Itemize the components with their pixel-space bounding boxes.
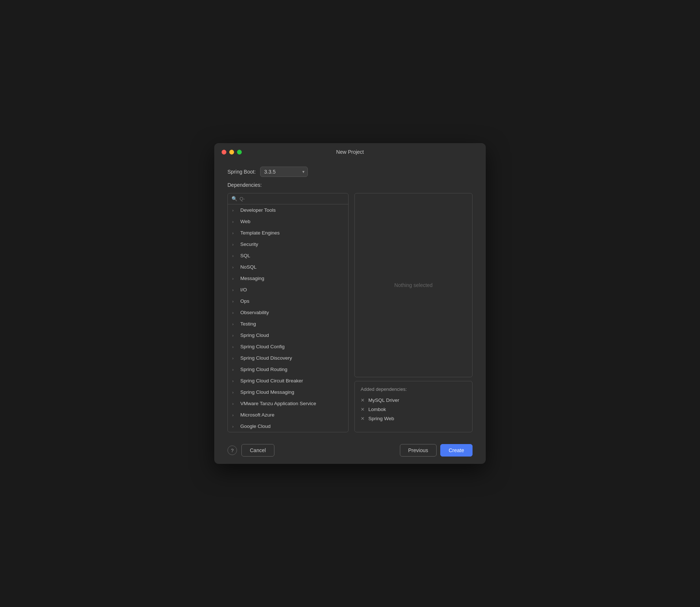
list-item[interactable]: › Template Engines	[228, 227, 348, 239]
dep-item-label: Spring Cloud Routing	[240, 367, 287, 372]
spring-boot-label: Spring Boot:	[227, 169, 256, 175]
list-item[interactable]: › Spring Cloud Routing	[228, 364, 348, 375]
spring-boot-row: Spring Boot: 3.3.5 3.3.4 3.2.10 3.1.12	[227, 167, 473, 177]
dep-item-label: Spring Cloud	[240, 332, 269, 338]
previous-button[interactable]: Previous	[400, 444, 437, 457]
dep-item-label: Spring Cloud Config	[240, 344, 285, 349]
list-item[interactable]: › Testing	[228, 318, 348, 330]
added-dep-label: MySQL Driver	[368, 397, 399, 403]
dep-item-label: Developer Tools	[240, 207, 276, 213]
remove-dependency-button[interactable]: ✕	[361, 407, 365, 412]
spring-boot-select[interactable]: 3.3.5 3.3.4 3.2.10 3.1.12	[260, 167, 308, 177]
dep-item-label: Testing	[240, 321, 256, 327]
chevron-right-icon: ›	[232, 367, 237, 372]
added-dep-item: ✕ Spring Web	[361, 414, 466, 423]
chevron-right-icon: ›	[232, 242, 237, 247]
dep-item-label: Template Engines	[240, 230, 280, 236]
chevron-right-icon: ›	[232, 276, 237, 281]
list-item[interactable]: › NoSQL	[228, 261, 348, 273]
added-dependencies-label: Added dependencies:	[361, 386, 466, 392]
maximize-button[interactable]	[237, 150, 242, 155]
list-item[interactable]: › Ops	[228, 295, 348, 307]
traffic-lights	[222, 150, 242, 155]
window-title: New Project	[336, 149, 364, 155]
close-button[interactable]	[222, 150, 226, 155]
added-dep-label: Spring Web	[368, 416, 394, 421]
dep-item-label: VMware Tanzu Application Service	[240, 401, 316, 406]
dependency-list: › Developer Tools › Web › Template Engin…	[228, 204, 348, 432]
chevron-right-icon: ›	[232, 288, 237, 292]
chevron-right-icon: ›	[232, 424, 237, 429]
list-item[interactable]: › Spring Cloud Messaging	[228, 386, 348, 398]
list-item[interactable]: › Web	[228, 216, 348, 227]
main-area: 🔍 › Developer Tools › Web › Template Eng…	[227, 193, 473, 432]
titlebar: New Project	[214, 143, 486, 161]
chevron-right-icon: ›	[232, 345, 237, 349]
chevron-right-icon: ›	[232, 401, 237, 406]
nothing-selected-text: Nothing selected	[394, 282, 433, 288]
list-item[interactable]: › Microsoft Azure	[228, 409, 348, 421]
added-dep-label: Lombok	[368, 407, 386, 412]
chevron-right-icon: ›	[232, 310, 237, 315]
search-icon: 🔍	[231, 196, 237, 201]
list-item[interactable]: › Spring Cloud Circuit Breaker	[228, 375, 348, 386]
list-item[interactable]: › SQL	[228, 250, 348, 261]
chevron-right-icon: ›	[232, 390, 237, 395]
cancel-button[interactable]: Cancel	[241, 444, 274, 457]
remove-dependency-button[interactable]: ✕	[361, 398, 365, 403]
list-item[interactable]: › VMware Tanzu Application Service	[228, 398, 348, 409]
search-input[interactable]	[240, 196, 344, 201]
dep-item-label: Spring Cloud Discovery	[240, 355, 292, 361]
dep-item-label: NoSQL	[240, 264, 256, 270]
dep-item-label: Spring Cloud Messaging	[240, 389, 294, 395]
list-item[interactable]: › Developer Tools	[228, 204, 348, 216]
dep-item-label: SQL	[240, 253, 250, 258]
chevron-right-icon: ›	[232, 265, 237, 269]
chevron-right-icon: ›	[232, 322, 237, 326]
minimize-button[interactable]	[229, 150, 234, 155]
dep-item-label: Observability	[240, 310, 269, 315]
remove-dependency-button[interactable]: ✕	[361, 416, 365, 421]
list-item[interactable]: › Security	[228, 239, 348, 250]
dep-item-label: I/O	[240, 287, 247, 292]
dep-item-label: Spring Cloud Circuit Breaker	[240, 378, 303, 384]
chevron-right-icon: ›	[232, 333, 237, 338]
footer-left: ? Cancel	[227, 444, 274, 457]
new-project-window: New Project Spring Boot: 3.3.5 3.3.4 3.2…	[214, 143, 486, 464]
list-item[interactable]: › I/O	[228, 284, 348, 295]
footer-right: Previous Create	[400, 444, 473, 457]
added-dependencies-list: ✕ MySQL Driver ✕ Lombok ✕ Spring Web	[361, 396, 466, 423]
dep-item-label: Web	[240, 219, 251, 224]
list-item[interactable]: › Observability	[228, 307, 348, 318]
dep-item-label: Google Cloud	[240, 424, 271, 429]
dep-item-label: Messaging	[240, 276, 264, 281]
content-area: Spring Boot: 3.3.5 3.3.4 3.2.10 3.1.12 D…	[214, 161, 486, 440]
list-item[interactable]: › Spring Cloud Discovery	[228, 352, 348, 364]
right-panel: Nothing selected Added dependencies: ✕ M…	[354, 193, 473, 432]
list-item[interactable]: › Messaging	[228, 273, 348, 284]
chevron-right-icon: ›	[232, 208, 237, 212]
list-item[interactable]: › Spring Cloud Config	[228, 341, 348, 352]
chevron-right-icon: ›	[232, 254, 237, 258]
added-dep-item: ✕ MySQL Driver	[361, 396, 466, 405]
chevron-right-icon: ›	[232, 231, 237, 235]
chevron-right-icon: ›	[232, 219, 237, 224]
spring-boot-select-wrapper: 3.3.5 3.3.4 3.2.10 3.1.12	[260, 167, 308, 177]
chevron-right-icon: ›	[232, 356, 237, 360]
left-panel: 🔍 › Developer Tools › Web › Template Eng…	[227, 193, 349, 432]
list-item[interactable]: › Spring Cloud	[228, 330, 348, 341]
nothing-selected-area: Nothing selected	[354, 193, 473, 377]
create-button[interactable]: Create	[440, 444, 473, 457]
chevron-right-icon: ›	[232, 379, 237, 383]
help-button[interactable]: ?	[227, 446, 237, 455]
dep-item-label: Security	[240, 241, 258, 247]
added-dependencies-section: Added dependencies: ✕ MySQL Driver ✕ Lom…	[354, 381, 473, 432]
dependencies-label: Dependencies:	[227, 182, 473, 188]
list-item[interactable]: › Google Cloud	[228, 421, 348, 432]
search-box: 🔍	[228, 193, 348, 204]
chevron-right-icon: ›	[232, 413, 237, 417]
added-dep-item: ✕ Lombok	[361, 405, 466, 414]
footer: ? Cancel Previous Create	[214, 440, 486, 464]
dep-item-label: Ops	[240, 298, 249, 304]
dep-item-label: Microsoft Azure	[240, 412, 274, 418]
